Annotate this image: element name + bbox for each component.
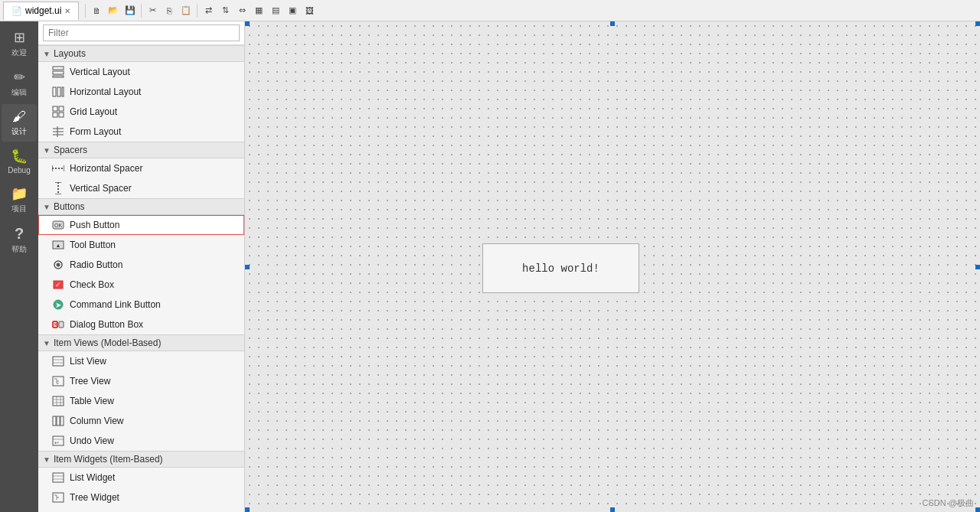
sidebar-item-project[interactable]: 📁 项目 xyxy=(2,181,37,219)
file-tab[interactable]: 📄 widget.ui ✕ xyxy=(3,2,79,20)
preview-button[interactable]: 🖼 xyxy=(302,3,317,18)
sidebar-item-help[interactable]: ? 帮助 xyxy=(2,220,37,259)
toolbar-sep-1 xyxy=(85,4,86,18)
layouts-arrow: ▼ xyxy=(43,50,51,58)
paste-button[interactable]: 📋 xyxy=(178,3,194,18)
handle-mr[interactable] xyxy=(975,265,980,269)
widget-table-widget[interactable]: Table Widget xyxy=(38,507,244,512)
widget-vertical-spacer[interactable]: Vertical Spacer xyxy=(38,178,244,198)
handle-tr[interactable] xyxy=(975,21,980,26)
section-layouts[interactable]: ▼ Layouts xyxy=(38,45,244,62)
sidebar-item-welcome[interactable]: ⊞ 欢迎 xyxy=(2,24,37,63)
widget-table-view[interactable]: Table View xyxy=(38,391,244,411)
widget-grid-layout[interactable]: Grid Layout xyxy=(38,102,244,122)
grid-layout-icon xyxy=(51,105,65,119)
top-bar: 📄 widget.ui ✕ 🗎 📂 💾 ✂ ⎘ 📋 ⇄ ⇅ ⇔ ▦ ▤ ▣ 🖼 xyxy=(0,0,980,21)
handle-bm[interactable] xyxy=(610,507,615,512)
layout-sp-button[interactable]: ▤ xyxy=(268,3,283,18)
command-link-button-label: Command Link Button xyxy=(70,299,161,310)
handle-tm[interactable] xyxy=(610,21,615,26)
widget-horizontal-spacer[interactable]: Horizontal Spacer xyxy=(38,158,244,178)
list-widget-icon xyxy=(51,471,65,484)
layouts-label: Layouts xyxy=(54,48,86,59)
command-link-button-icon: ➤ xyxy=(51,298,65,311)
section-buttons[interactable]: ▼ Buttons xyxy=(38,198,244,215)
design-icon: 🖌 xyxy=(12,109,26,125)
widget-column-view[interactable]: Column View xyxy=(38,411,244,431)
widget-push-button[interactable]: OK Push Button xyxy=(38,215,244,235)
widget-list-view[interactable]: List View xyxy=(38,351,244,371)
widget-tool-button[interactable]: ▲ Tool Button xyxy=(38,235,244,255)
welcome-icon: ⊞ xyxy=(14,29,25,46)
handle-ml[interactable] xyxy=(245,265,250,269)
layout-h-button[interactable]: ⇄ xyxy=(201,3,216,18)
widget-dialog-button-box[interactable]: ✕ Dialog Button Box xyxy=(38,315,244,334)
widget-horizontal-layout[interactable]: Horizontal Layout xyxy=(38,82,244,102)
tab-label: widget.ui xyxy=(25,5,61,16)
save-button[interactable]: 💾 xyxy=(122,3,138,18)
form-layout-label: Form Layout xyxy=(70,126,121,137)
widget-radio-button[interactable]: Radio Button xyxy=(38,255,244,275)
widget-check-box[interactable]: ✓ Check Box xyxy=(38,275,244,295)
svg-text:↩: ↩ xyxy=(54,440,59,445)
svg-rect-33 xyxy=(53,357,64,366)
horizontal-layout-icon xyxy=(51,85,65,99)
layout-f-button[interactable]: ▦ xyxy=(251,3,266,18)
buttons-arrow: ▼ xyxy=(43,203,51,211)
handle-bl[interactable] xyxy=(245,507,250,512)
svg-rect-1 xyxy=(53,71,64,74)
vertical-layout-icon xyxy=(51,65,65,79)
svg-rect-52 xyxy=(53,473,64,482)
layout-br-button[interactable]: ▣ xyxy=(285,3,300,18)
tool-button-label: Tool Button xyxy=(70,240,116,250)
layout-g-button[interactable]: ⇔ xyxy=(234,3,250,18)
widget-tree-view[interactable]: Tree View xyxy=(38,371,244,391)
filter-input[interactable] xyxy=(43,24,240,41)
list-view-label: List View xyxy=(70,356,106,367)
vertical-spacer-icon xyxy=(51,181,65,195)
widget-undo-view[interactable]: ↩ Undo View xyxy=(38,431,244,451)
sidebar-label-edit: 编辑 xyxy=(11,87,27,98)
widget-list-widget[interactable]: List Widget xyxy=(38,468,244,488)
buttons-label: Buttons xyxy=(54,201,85,212)
widget-vertical-layout[interactable]: Vertical Layout xyxy=(38,62,244,82)
svg-text:OK: OK xyxy=(54,223,62,228)
sidebar-item-debug[interactable]: 🐛 Debug xyxy=(2,143,37,179)
sidebar-item-edit[interactable]: ✏ 编辑 xyxy=(2,64,37,103)
widget-form-layout[interactable]: Form Layout xyxy=(38,122,244,142)
table-view-icon xyxy=(51,394,65,408)
section-item-widgets[interactable]: ▼ Item Widgets (Item-Based) xyxy=(38,451,244,468)
svg-rect-0 xyxy=(53,67,64,70)
tab-close-button[interactable]: ✕ xyxy=(64,7,70,15)
cut-button[interactable]: ✂ xyxy=(145,3,160,18)
tool-button-icon: ▲ xyxy=(51,238,65,252)
widget-tree-widget[interactable]: Tree Widget xyxy=(38,488,244,507)
check-box-label: Check Box xyxy=(70,279,114,290)
open-button[interactable]: 📂 xyxy=(106,3,121,18)
svg-rect-32 xyxy=(59,321,64,328)
section-spacers[interactable]: ▼ Spacers xyxy=(38,142,244,158)
grid-layout-label: Grid Layout xyxy=(70,106,117,117)
svg-rect-47 xyxy=(57,416,60,426)
new-button[interactable]: 🗎 xyxy=(89,3,104,18)
column-view-icon xyxy=(51,414,65,428)
copy-button[interactable]: ⎘ xyxy=(162,3,177,18)
sidebar-label-project: 项目 xyxy=(11,204,27,214)
dialog-button-box-icon: ✕ xyxy=(51,318,65,331)
section-item-views[interactable]: ▼ Item Views (Model-Based) xyxy=(38,334,244,351)
widget-panel: ▼ Layouts Vertical Layout Horizontal Lay… xyxy=(38,21,245,512)
tree-view-icon xyxy=(51,374,65,388)
toolbar-sep-2 xyxy=(141,4,142,18)
spacers-label: Spacers xyxy=(54,145,87,155)
item-views-arrow: ▼ xyxy=(43,339,51,347)
handle-tl[interactable] xyxy=(245,21,250,26)
sidebar-item-design[interactable]: 🖌 设计 xyxy=(2,104,37,142)
hello-world-widget[interactable]: hello world! xyxy=(482,243,639,293)
widget-command-link-button[interactable]: ➤ Command Link Button xyxy=(38,295,244,315)
svg-rect-46 xyxy=(53,416,56,426)
layout-v-button[interactable]: ⇅ xyxy=(217,3,233,18)
handle-br[interactable] xyxy=(975,507,980,512)
main-canvas[interactable]: hello world! xyxy=(245,21,980,512)
undo-view-label: Undo View xyxy=(70,435,114,446)
svg-rect-8 xyxy=(53,113,57,117)
